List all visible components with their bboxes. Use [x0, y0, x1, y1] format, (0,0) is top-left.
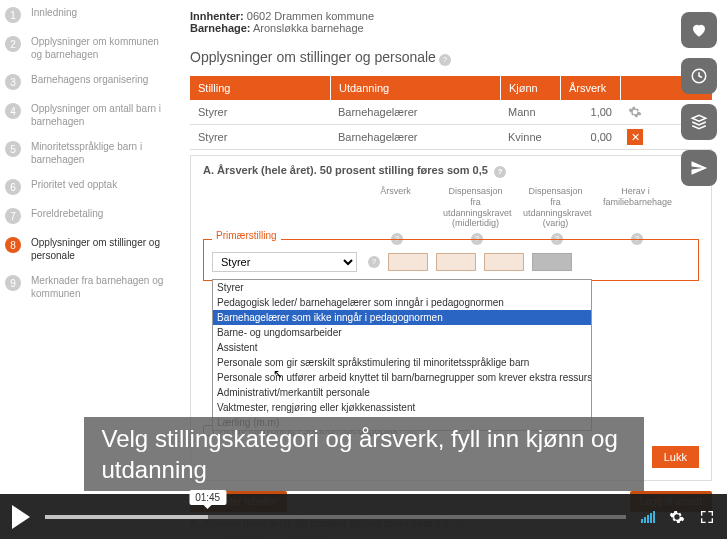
settings-icon[interactable] [669, 509, 685, 525]
arsverk-input[interactable] [388, 253, 428, 271]
disp-mid-input[interactable] [436, 253, 476, 271]
right-actions [681, 12, 717, 186]
position-dropdown[interactable]: Styrer [212, 252, 357, 272]
sidebar-item-7[interactable]: 7Foreldrebetaling [5, 201, 170, 230]
dropdown-option[interactable]: Barne- og ungdomsarbeider [213, 325, 591, 340]
volume-button[interactable] [641, 511, 655, 523]
video-caption: Velg stillingskategori og årsverk, fyll … [84, 417, 644, 491]
time-label: 01:45 [189, 490, 226, 505]
familie-input[interactable] [532, 253, 572, 271]
dropdown-option[interactable]: Assistent [213, 340, 591, 355]
sidebar-item-4[interactable]: 4Opplysninger om antall barn i barnehage… [5, 96, 170, 134]
disp-varig-input[interactable] [484, 253, 524, 271]
help-icon[interactable]: ? [368, 256, 380, 268]
section-title: Opplysninger om stillinger og personale? [190, 49, 712, 66]
sidebar-item-3[interactable]: 3Barnehagens organisering [5, 67, 170, 96]
favorite-button[interactable] [681, 12, 717, 48]
dropdown-option[interactable]: Barnehagelærer som ikke inngår i pedagog… [213, 310, 591, 325]
help-icon[interactable]: ? [494, 166, 506, 178]
primary-position-box: Primærstilling Styrer ? Styrer Pedagogis… [203, 239, 699, 281]
table-header: Stilling Utdanning Kjønn Årsverk [190, 76, 712, 100]
position-dropdown-list: Styrer Pedagogisk leder/ barnehagelærer … [212, 279, 592, 431]
share-button[interactable] [681, 150, 717, 186]
sidebar-item-8[interactable]: 8Opplysninger om stillinger og personale [5, 230, 170, 268]
watch-later-button[interactable] [681, 58, 717, 94]
fullscreen-icon[interactable] [699, 509, 715, 525]
dropdown-option[interactable]: Personale som gir særskilt språkstimuler… [213, 355, 591, 370]
collections-button[interactable] [681, 104, 717, 140]
sidebar-item-9[interactable]: 9Merknader fra barnehagen og kommunen [5, 268, 170, 306]
close-icon[interactable]: ✕ [627, 129, 643, 145]
sidebar-item-1[interactable]: 1Innledning [5, 0, 170, 29]
sidebar-item-6[interactable]: 6Prioritet ved opptak [5, 172, 170, 201]
dropdown-option[interactable]: Styrer [213, 280, 591, 295]
play-button[interactable] [12, 505, 30, 529]
header-info: Innhenter: 0602 Drammen kommune Barnehag… [190, 10, 712, 34]
help-icon[interactable]: ? [439, 54, 451, 66]
table-row[interactable]: Styrer Barnehagelærer Mann 1,00 [190, 100, 712, 125]
close-button[interactable]: Lukk [652, 446, 699, 468]
dropdown-option[interactable]: Personale som utfører arbeid knyttet til… [213, 370, 591, 385]
sidebar-item-2[interactable]: 2Opplysninger om kommunen og barnehagen [5, 29, 170, 67]
gear-icon[interactable] [628, 105, 642, 119]
dropdown-option[interactable]: Administrativt/merkantilt personale [213, 385, 591, 400]
cursor-icon: ↖ [273, 367, 283, 381]
video-controls: 01:45 [0, 494, 727, 539]
progress-bar[interactable]: 01:45 [45, 515, 626, 519]
table-row[interactable]: Styrer Barnehagelærer Kvinne 0,00 ✕ [190, 125, 712, 150]
dropdown-option[interactable]: Pedagogisk leder/ barnehagelærer som inn… [213, 295, 591, 310]
fieldset-legend: Primærstilling [212, 230, 281, 241]
sidebar-item-5[interactable]: 5Minoritetsspråklige barn i barnehagen [5, 134, 170, 172]
dropdown-option[interactable]: Vaktmester, rengjøring eller kjøkkenassi… [213, 400, 591, 415]
